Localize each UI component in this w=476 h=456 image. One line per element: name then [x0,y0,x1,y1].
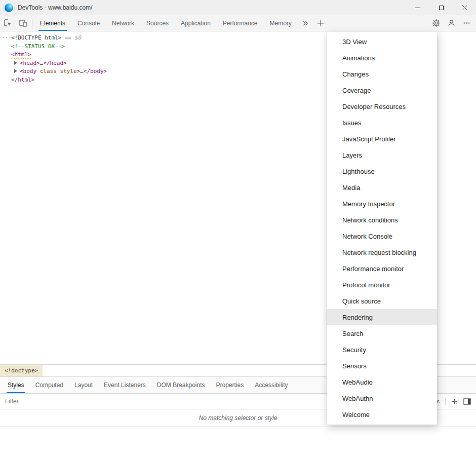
menu-item-layers[interactable]: Layers [327,147,437,163]
dom-tree-line[interactable]: ···<!DOCTYPE html> == $0 [0,34,327,43]
tab-performance[interactable]: Performance [217,15,264,31]
feedback-person-icon [447,19,456,27]
settings-button[interactable] [428,15,444,31]
code-token: == $0 [61,34,82,41]
pane-tab-styles[interactable]: Styles [2,377,30,393]
menu-item-performance-monitor[interactable]: Performance monitor [327,260,437,277]
menu-item-welcome[interactable]: Welcome [327,406,437,423]
tab-elements[interactable]: Elements [34,15,71,31]
more-tools-button[interactable] [313,15,328,31]
menu-item-changes[interactable]: Changes [327,66,437,82]
menu-item-network-conditions[interactable]: Network conditions [327,212,437,228]
sidebar-panel-icon [463,398,471,405]
toolbar-right-group [428,15,476,31]
code-token: <!--STATUS OK--> [11,43,65,50]
tab-memory[interactable]: Memory [264,15,298,31]
pane-tab-accessibility[interactable]: Accessibility [249,377,293,393]
pane-tab-layout[interactable]: Layout [69,377,98,393]
close-button[interactable] [453,0,476,15]
devtools-toolbar: ElementsConsoleNetworkSourcesApplication… [0,15,476,31]
window-controls [406,0,476,15]
more-tabs-button[interactable] [298,15,313,31]
code-token: </html> [11,77,34,83]
edge-logo-icon [5,4,13,12]
pane-tab-event-listeners[interactable]: Event Listeners [98,377,151,393]
dom-tree-line[interactable]: </html> [0,76,327,85]
tab-network[interactable]: Network [106,15,140,31]
code-token: <!DOCTYPE html> [11,34,61,41]
menu-item-protocol-monitor[interactable]: Protocol monitor [327,277,437,293]
menu-item-animations[interactable]: Animations [327,50,437,66]
code-token: <html> [11,51,31,58]
code-token: <head> [20,60,40,66]
elements-dom-tree: ···<!DOCTYPE html> == $0<!--STATUS OK-->… [0,31,327,364]
menu-item-javascript-profiler[interactable]: JavaScript Profiler [327,131,437,147]
pane-tab-dom-breakpoints[interactable]: DOM Breakpoints [151,377,211,393]
menu-item-sensors[interactable]: Sensors [327,358,437,374]
dom-tree-line[interactable]: <!--STATUS OK--> [0,43,327,51]
no-matching-selector-message: No matching selector or style [199,414,277,422]
code-token: </body> [84,68,107,74]
toolbar-divider [32,19,32,27]
new-style-rule-button[interactable] [451,398,458,405]
computed-styles-sidebar-button[interactable] [463,398,471,405]
menu-item-security[interactable]: Security [327,341,437,358]
expand-arrow-icon[interactable] [14,61,17,65]
code-token: class style [36,68,76,74]
menu-item-search[interactable]: Search [327,325,437,341]
menu-item-lighthouse[interactable]: Lighthouse [327,163,437,179]
filter-bar-divider [445,398,446,405]
device-toolbar-button[interactable] [15,15,30,31]
minimize-icon [415,8,420,8]
tab-application[interactable]: Application [175,15,217,31]
maximize-button[interactable] [429,0,453,15]
pane-tab-computed[interactable]: Computed [30,377,69,393]
more-tools-menu: 3D ViewAnimationsChangesCoverageDevelope… [327,31,437,425]
node-overflow-dots-icon[interactable]: ··· [2,34,12,43]
tab-console[interactable]: Console [71,15,106,31]
pane-tab-properties[interactable]: Properties [211,377,250,393]
menu-item-webauthn[interactable]: WebAuthn [327,390,437,406]
chevron-double-right-icon [302,20,308,26]
gear-icon [432,19,441,27]
maximize-icon [439,6,444,10]
dom-tree-line[interactable]: <head>…</head> [0,59,327,68]
bottom-empty-area [0,427,476,456]
tab-sources[interactable]: Sources [140,15,175,31]
inspect-icon [4,19,12,27]
menu-item-network-request-blocking[interactable]: Network request blocking [327,244,437,260]
minimize-button[interactable] [406,0,429,15]
feedback-button[interactable] [444,15,459,31]
device-toolbar-icon [19,19,27,27]
code-token: … [80,68,84,74]
menu-item-media[interactable]: Media [327,179,437,196]
menu-item-rendering[interactable]: Rendering [327,309,437,325]
inspect-element-button[interactable] [0,15,15,31]
window-title: DevTools - www.baidu.com/ [18,4,92,11]
menu-item-quick-source[interactable]: Quick source [327,293,437,309]
menu-item-webaudio[interactable]: WebAudio [327,374,437,390]
main-tabs: ElementsConsoleNetworkSourcesApplication… [34,15,298,31]
menu-item-coverage[interactable]: Coverage [327,82,437,98]
more-horizontal-icon [463,19,470,27]
menu-item-issues[interactable]: Issues [327,115,437,131]
menu-item-developer-resources[interactable]: Developer Resources [327,98,437,115]
menu-item-memory-inspector[interactable]: Memory Inspector [327,196,437,212]
titlebar: DevTools - www.baidu.com/ [0,0,476,15]
close-icon [462,5,467,11]
menu-item-3d-view[interactable]: 3D View [327,33,437,50]
menu-item-network-console[interactable]: Network Console [327,228,437,244]
code-token: <body [20,68,36,74]
code-token: </head> [43,60,66,66]
plus-icon [451,398,458,405]
dom-tree-line[interactable]: <body class style>…</body> [0,67,327,76]
dom-tree-line[interactable]: <html> [0,51,327,59]
customize-devtools-button[interactable] [459,15,474,31]
breadcrumb-doctype[interactable]: <!doctype> [0,365,43,376]
expand-arrow-icon[interactable] [14,69,17,73]
plus-icon [317,20,324,27]
